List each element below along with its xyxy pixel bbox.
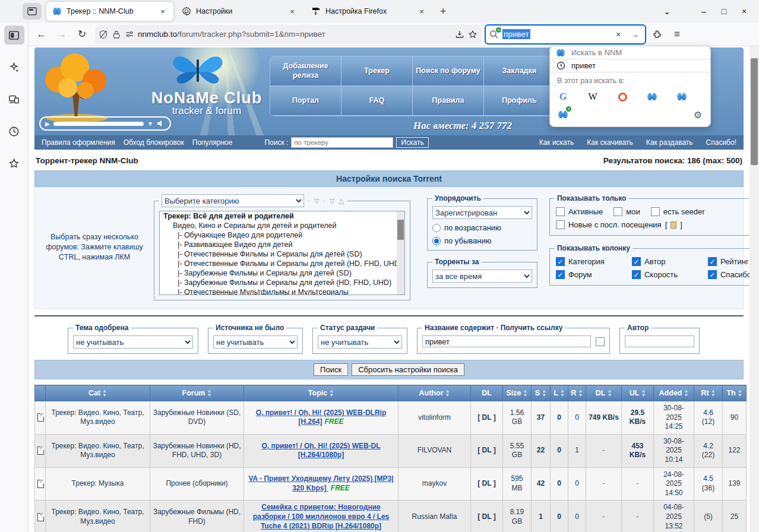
source-select[interactable]: не учитывать: [213, 335, 298, 349]
player-volume-icon[interactable]: [157, 120, 165, 127]
dl-link[interactable]: [ DL ]: [471, 434, 503, 467]
topic-link[interactable]: VA - Привет Уходящему Лету (2025) [MP3| …: [248, 474, 393, 492]
nav-link-how-search[interactable]: Как искать: [539, 138, 574, 147]
col-size-header[interactable]: Size▲▼: [503, 385, 532, 401]
menu-profile[interactable]: Профиль: [484, 86, 555, 116]
url-text[interactable]: nnmclub.to/forum/tracker.php?submit=1&nm…: [138, 30, 451, 39]
back-button[interactable]: ←: [32, 26, 51, 43]
lock-icon[interactable]: [112, 30, 121, 39]
window-close-button[interactable]: ×: [734, 2, 754, 20]
status-select[interactable]: не учитывать: [318, 335, 402, 349]
wikipedia-engine-icon[interactable]: W: [587, 91, 599, 103]
nav-link-how-seed[interactable]: Как раздавать: [646, 138, 693, 147]
list-all-tabs-icon[interactable]: ⌄: [657, 2, 677, 20]
maximize-button[interactable]: □: [714, 2, 734, 20]
order-select[interactable]: Зарегистрирован: [432, 206, 532, 219]
player-play-icon[interactable]: ▶: [45, 121, 50, 127]
menu-portal[interactable]: Портал: [270, 86, 341, 116]
menu-hamburger-icon[interactable]: ≡: [668, 26, 687, 43]
reset-settings-button[interactable]: Сбросить настройки поиска: [352, 363, 464, 376]
tracker-search-input[interactable]: [291, 137, 393, 148]
col-r-header[interactable]: R▲▼: [568, 385, 586, 401]
get-link-checkbox[interactable]: [596, 337, 605, 346]
col-rating-checkbox[interactable]: ✓Рейтинг: [708, 257, 749, 266]
author-input[interactable]: [625, 335, 694, 347]
add-search-engine-icon[interactable]: +: [557, 109, 569, 121]
nav-link-how-download[interactable]: Как скачивать: [587, 138, 633, 147]
search-go-icon[interactable]: →: [628, 30, 641, 39]
nav-link-popular[interactable]: Популярное: [192, 138, 233, 147]
radio-ascending[interactable]: [432, 224, 441, 232]
filter-new-checkbox[interactable]: Новые с посл. посещения []: [556, 220, 682, 229]
forum-list-scrollbar[interactable]: [397, 211, 404, 294]
order-asc-option[interactable]: по возрастанию: [432, 223, 532, 232]
filter-mine-checkbox[interactable]: мои: [613, 207, 640, 216]
nnm-engine-icon[interactable]: [646, 91, 658, 103]
google-engine-icon[interactable]: G: [557, 91, 569, 103]
dl-link[interactable]: [ DL ]: [471, 467, 503, 501]
topic-link[interactable]: О, привет! / Oh, Hi! (2025) WEB-DL [H.26…: [261, 442, 380, 460]
col-l-header[interactable]: L▲▼: [551, 385, 568, 401]
col-thanks-checkbox[interactable]: ✓Спасибо: [708, 270, 749, 279]
topic-link[interactable]: О, привет! / Oh, Hi! (2025) WEB-DLRip [H…: [256, 408, 387, 426]
engine-icon-orange[interactable]: [616, 91, 628, 103]
forum-option[interactable]: Видео, Кино и Сериалы для детей и родите…: [160, 221, 404, 230]
tab-tracker[interactable]: Трекер :: NNM-Club ×: [46, 2, 173, 21]
forward-button[interactable]: →: [52, 26, 71, 43]
menu-tracker[interactable]: Трекер: [341, 56, 413, 86]
tab-settings[interactable]: Настройки ×: [176, 2, 303, 20]
forum-option[interactable]: |- Развивающее Видео для детей: [160, 240, 404, 249]
bookmarks-star-icon[interactable]: [4, 154, 24, 173]
nav-link-thanks[interactable]: Спасибо!: [706, 138, 736, 147]
tab-close-icon[interactable]: ×: [286, 5, 298, 17]
history-clock-icon[interactable]: [4, 122, 24, 141]
extensions-puzzle-icon[interactable]: [647, 26, 666, 43]
col-forum-checkbox[interactable]: ✓Форум: [556, 270, 621, 279]
filter-active-checkbox[interactable]: Активные: [556, 207, 603, 216]
category-select[interactable]: Выберите категорию: [162, 194, 304, 207]
order-desc-option[interactable]: по убыванию: [432, 236, 532, 245]
forum-option[interactable]: |- Отечественные Фильмы и Сериалы для де…: [160, 259, 404, 268]
col-dlspeed-header[interactable]: DL▲▼: [586, 385, 622, 401]
scrollbar-thumb[interactable]: [751, 58, 758, 165]
page-scrollbar[interactable]: [749, 46, 759, 532]
col-category-checkbox[interactable]: ✓Категория: [556, 257, 621, 266]
col-topic-header[interactable]: Topic▲▼: [244, 385, 399, 401]
forum-option[interactable]: Трекер: Всё для детей и родителей: [160, 211, 404, 221]
save-page-icon[interactable]: [455, 30, 464, 39]
menu-faq[interactable]: FAQ: [341, 86, 413, 116]
new-tab-button[interactable]: +: [435, 3, 451, 20]
nav-link-rules[interactable]: Правила оформления: [42, 138, 115, 147]
menu-bookmarks[interactable]: Закладки: [484, 56, 555, 86]
nav-link-bypass[interactable]: Обход блокировок: [124, 138, 184, 147]
tracker-search-button[interactable]: Искать: [396, 137, 428, 148]
approved-select[interactable]: не учитывать: [73, 335, 193, 349]
permissions-icon[interactable]: [125, 30, 134, 39]
menu-rules[interactable]: Правила: [413, 86, 484, 116]
forum-multiselect[interactable]: Трекер: Всё для детей и родителей Видео,…: [159, 211, 405, 295]
filter-seeder-checkbox[interactable]: есть seeder: [651, 207, 705, 216]
radio-player[interactable]: ▶ ▼: [39, 116, 171, 131]
nnm-forum-engine-icon[interactable]: [676, 91, 688, 103]
forum-option[interactable]: |- Зарубежные Фильмы и Сериалы для детей…: [160, 278, 404, 287]
forum-option[interactable]: |- Отечественные Фильмы и Сериалы для де…: [160, 249, 404, 259]
shield-off-icon[interactable]: [99, 30, 108, 39]
period-select[interactable]: за все время: [432, 270, 532, 283]
search-clear-icon[interactable]: ×: [612, 30, 625, 39]
ai-chat-icon[interactable]: [4, 58, 24, 77]
dl-link[interactable]: [ DL ]: [471, 401, 503, 435]
forum-option[interactable]: |- Обучающее Видео для родителей: [160, 230, 404, 240]
col-author-header[interactable]: Author▲▼: [399, 385, 471, 401]
forum-option[interactable]: |- Отечественные Мультфильмы и Мультсери…: [160, 287, 404, 295]
col-ul-header[interactable]: UL▲▼: [622, 385, 654, 401]
site-logo[interactable]: NoNaMe Club tracker & forum: [135, 89, 278, 117]
reload-button[interactable]: ↻: [72, 26, 91, 43]
synced-tabs-icon[interactable]: [4, 90, 24, 109]
search-in-nnm-row[interactable]: Искать в NNM: [550, 46, 710, 59]
menu-add-release[interactable]: Добавление релиза: [270, 56, 341, 86]
col-th-header[interactable]: Th▲▼: [723, 385, 747, 401]
minimize-button[interactable]: –: [694, 2, 714, 20]
topic-link[interactable]: Семейка с приветом: Новогодние разборки …: [253, 503, 390, 530]
col-cat-header[interactable]: Cat▲▼: [46, 385, 150, 401]
player-dropdown-icon[interactable]: ▼: [147, 121, 153, 127]
